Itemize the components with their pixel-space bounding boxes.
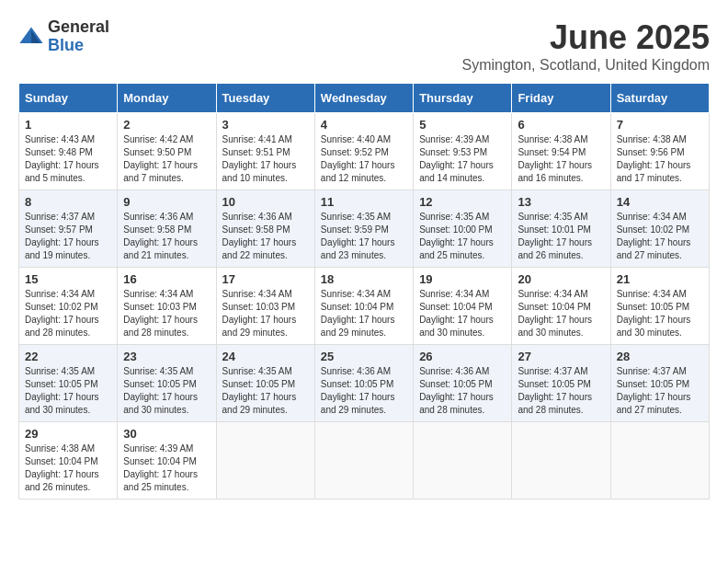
calendar-table: SundayMondayTuesdayWednesdayThursdayFrid… — [18, 83, 710, 500]
calendar-cell — [610, 422, 709, 500]
day-number: 16 — [123, 272, 210, 286]
cell-content: Sunrise: 4:34 AMSunset: 10:03 PMDaylight… — [123, 288, 210, 339]
weekday-header-monday: Monday — [118, 84, 216, 113]
day-number: 20 — [518, 272, 604, 286]
calendar-week-row: 15Sunrise: 4:34 AMSunset: 10:02 PMDaylig… — [19, 268, 710, 345]
calendar-cell: 18Sunrise: 4:34 AMSunset: 10:04 PMDaylig… — [314, 268, 413, 345]
calendar-cell — [512, 422, 610, 500]
calendar-cell: 5Sunrise: 4:39 AMSunset: 9:53 PMDaylight… — [414, 113, 512, 190]
cell-content: Sunrise: 4:38 AMSunset: 9:56 PMDaylight:… — [617, 133, 703, 185]
day-number: 11 — [321, 195, 407, 209]
day-number: 24 — [222, 350, 309, 363]
calendar-cell: 14Sunrise: 4:34 AMSunset: 10:02 PMDaylig… — [610, 190, 709, 268]
day-number: 29 — [25, 427, 111, 441]
calendar-cell: 17Sunrise: 4:34 AMSunset: 10:03 PMDaylig… — [216, 268, 314, 345]
cell-content: Sunrise: 4:34 AMSunset: 10:05 PMDaylight… — [617, 288, 703, 339]
day-number: 8 — [25, 195, 111, 209]
cell-content: Sunrise: 4:37 AMSunset: 10:05 PMDaylight… — [518, 365, 604, 417]
logo-general: General — [48, 18, 109, 37]
day-number: 17 — [222, 272, 309, 286]
cell-content: Sunrise: 4:35 AMSunset: 10:05 PMDaylight… — [25, 365, 111, 417]
calendar-cell — [414, 422, 512, 500]
calendar-cell: 28Sunrise: 4:37 AMSunset: 10:05 PMDaylig… — [610, 345, 709, 422]
calendar-week-row: 8Sunrise: 4:37 AMSunset: 9:57 PMDaylight… — [19, 190, 710, 268]
calendar-cell — [216, 422, 314, 500]
logo-blue: Blue — [48, 37, 109, 55]
cell-content: Sunrise: 4:34 AMSunset: 10:02 PMDaylight… — [617, 211, 703, 262]
calendar-cell: 10Sunrise: 4:36 AMSunset: 9:58 PMDayligh… — [216, 190, 314, 268]
cell-content: Sunrise: 4:34 AMSunset: 10:04 PMDaylight… — [321, 288, 407, 339]
calendar-cell: 6Sunrise: 4:38 AMSunset: 9:54 PMDaylight… — [512, 113, 610, 190]
day-number: 15 — [25, 272, 111, 286]
cell-content: Sunrise: 4:38 AMSunset: 9:54 PMDaylight:… — [518, 133, 604, 185]
cell-content: Sunrise: 4:36 AMSunset: 9:58 PMDaylight:… — [222, 211, 309, 262]
month-title: June 2025 — [462, 18, 710, 57]
day-number: 9 — [123, 195, 210, 209]
day-number: 25 — [321, 350, 407, 363]
calendar-cell: 16Sunrise: 4:34 AMSunset: 10:03 PMDaylig… — [118, 268, 216, 345]
day-number: 14 — [617, 195, 703, 209]
day-number: 13 — [518, 195, 604, 209]
weekday-header-row: SundayMondayTuesdayWednesdayThursdayFrid… — [19, 84, 710, 113]
logo: General Blue — [18, 18, 109, 55]
cell-content: Sunrise: 4:43 AMSunset: 9:48 PMDaylight:… — [25, 133, 111, 185]
cell-content: Sunrise: 4:35 AMSunset: 9:59 PMDaylight:… — [321, 211, 407, 262]
calendar-cell: 12Sunrise: 4:35 AMSunset: 10:00 PMDaylig… — [414, 190, 512, 268]
day-number: 6 — [518, 118, 604, 132]
calendar-cell: 29Sunrise: 4:38 AMSunset: 10:04 PMDaylig… — [19, 422, 118, 500]
weekday-header-thursday: Thursday — [414, 84, 512, 113]
calendar-cell: 27Sunrise: 4:37 AMSunset: 10:05 PMDaylig… — [512, 345, 610, 422]
day-number: 19 — [419, 272, 506, 286]
cell-content: Sunrise: 4:34 AMSunset: 10:03 PMDaylight… — [222, 288, 309, 339]
page-header: General Blue June 2025 Symington, Scotla… — [18, 18, 710, 74]
cell-content: Sunrise: 4:38 AMSunset: 10:04 PMDaylight… — [25, 442, 111, 494]
calendar-cell: 13Sunrise: 4:35 AMSunset: 10:01 PMDaylig… — [512, 190, 610, 268]
day-number: 27 — [518, 350, 604, 363]
day-number: 1 — [25, 118, 111, 132]
calendar-cell: 3Sunrise: 4:41 AMSunset: 9:51 PMDaylight… — [216, 113, 314, 190]
calendar-week-row: 29Sunrise: 4:38 AMSunset: 10:04 PMDaylig… — [19, 422, 710, 500]
day-number: 21 — [617, 272, 703, 286]
calendar-cell: 8Sunrise: 4:37 AMSunset: 9:57 PMDaylight… — [19, 190, 118, 268]
calendar-cell: 4Sunrise: 4:40 AMSunset: 9:52 PMDaylight… — [314, 113, 413, 190]
title-area: June 2025 Symington, Scotland, United Ki… — [462, 18, 710, 74]
calendar-cell: 26Sunrise: 4:36 AMSunset: 10:05 PMDaylig… — [414, 345, 512, 422]
calendar-cell: 22Sunrise: 4:35 AMSunset: 10:05 PMDaylig… — [19, 345, 118, 422]
calendar-cell: 15Sunrise: 4:34 AMSunset: 10:02 PMDaylig… — [19, 268, 118, 345]
day-number: 28 — [617, 350, 703, 363]
cell-content: Sunrise: 4:39 AMSunset: 9:53 PMDaylight:… — [419, 133, 506, 185]
cell-content: Sunrise: 4:35 AMSunset: 10:01 PMDaylight… — [518, 211, 604, 262]
cell-content: Sunrise: 4:39 AMSunset: 10:04 PMDaylight… — [123, 442, 210, 494]
day-number: 26 — [419, 350, 506, 363]
cell-content: Sunrise: 4:42 AMSunset: 9:50 PMDaylight:… — [123, 133, 210, 185]
cell-content: Sunrise: 4:40 AMSunset: 9:52 PMDaylight:… — [321, 133, 407, 185]
day-number: 10 — [222, 195, 309, 209]
cell-content: Sunrise: 4:34 AMSunset: 10:04 PMDaylight… — [419, 288, 506, 339]
cell-content: Sunrise: 4:37 AMSunset: 10:05 PMDaylight… — [617, 365, 703, 417]
cell-content: Sunrise: 4:35 AMSunset: 10:00 PMDaylight… — [419, 211, 506, 262]
cell-content: Sunrise: 4:36 AMSunset: 10:05 PMDaylight… — [321, 365, 407, 417]
calendar-cell: 25Sunrise: 4:36 AMSunset: 10:05 PMDaylig… — [314, 345, 413, 422]
calendar-cell: 23Sunrise: 4:35 AMSunset: 10:05 PMDaylig… — [118, 345, 216, 422]
cell-content: Sunrise: 4:34 AMSunset: 10:02 PMDaylight… — [25, 288, 111, 339]
calendar-cell: 1Sunrise: 4:43 AMSunset: 9:48 PMDaylight… — [19, 113, 118, 190]
location: Symington, Scotland, United Kingdom — [462, 57, 710, 74]
calendar-cell: 20Sunrise: 4:34 AMSunset: 10:04 PMDaylig… — [512, 268, 610, 345]
calendar-cell: 9Sunrise: 4:36 AMSunset: 9:58 PMDaylight… — [118, 190, 216, 268]
weekday-header-friday: Friday — [512, 84, 610, 113]
cell-content: Sunrise: 4:36 AMSunset: 10:05 PMDaylight… — [419, 365, 506, 417]
weekday-header-wednesday: Wednesday — [314, 84, 413, 113]
cell-content: Sunrise: 4:35 AMSunset: 10:05 PMDaylight… — [222, 365, 309, 417]
calendar-cell: 21Sunrise: 4:34 AMSunset: 10:05 PMDaylig… — [610, 268, 709, 345]
day-number: 18 — [321, 272, 407, 286]
cell-content: Sunrise: 4:37 AMSunset: 9:57 PMDaylight:… — [25, 211, 111, 262]
day-number: 30 — [123, 427, 210, 441]
day-number: 23 — [123, 350, 210, 363]
cell-content: Sunrise: 4:34 AMSunset: 10:04 PMDaylight… — [518, 288, 604, 339]
cell-content: Sunrise: 4:36 AMSunset: 9:58 PMDaylight:… — [123, 211, 210, 262]
weekday-header-tuesday: Tuesday — [216, 84, 314, 113]
day-number: 7 — [617, 118, 703, 132]
day-number: 4 — [321, 118, 407, 132]
day-number: 2 — [123, 118, 210, 132]
calendar-cell: 24Sunrise: 4:35 AMSunset: 10:05 PMDaylig… — [216, 345, 314, 422]
